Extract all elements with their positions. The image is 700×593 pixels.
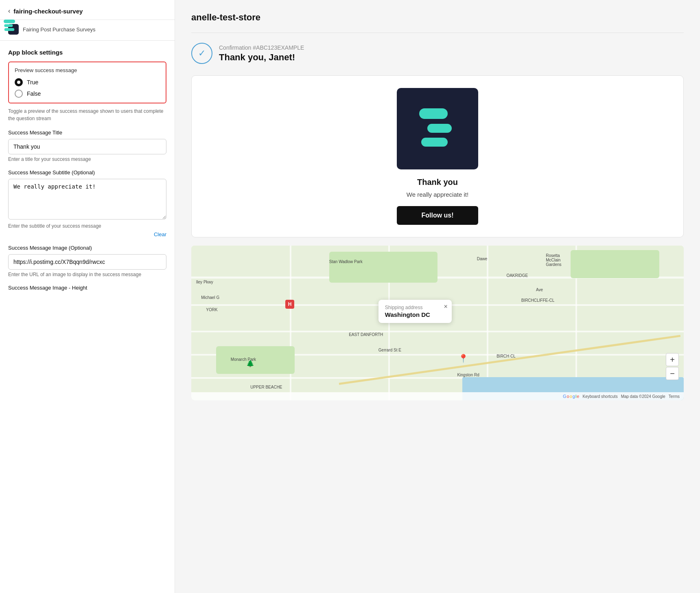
map-background: Stan Wadlow Park OAKRIDGE RosettaMcClain… [191,246,684,400]
radio-true-label: True [27,79,38,86]
brand-logo-icon [8,24,19,35]
terms-link[interactable]: Terms [669,394,680,399]
confirmation-number: Confirmation #ABC123EXAMPLE [219,44,304,51]
success-subtitle-label: Success Message Subtitle (Optional) [8,169,166,176]
preview-success-label: Preview success message [15,67,160,73]
location-pin: 📍 [458,354,466,362]
map-footer: Google Keyboard shortcuts Map data ©2024… [191,392,684,400]
success-card: Thank you We really appreciate it! Follo… [191,75,684,237]
success-title-label: Success Message Title [8,130,166,136]
back-arrow-icon: ‹ [8,7,10,15]
preview-success-box: Preview success message True False [8,61,166,103]
success-image-input[interactable] [8,254,166,270]
zoom-in-button[interactable]: + [666,353,679,366]
success-logo [397,88,478,169]
map-label-upper: UPPER BEACHE [250,385,282,389]
keyboard-shortcuts[interactable]: Keyboard shortcuts [582,394,617,399]
map-label-michael: Michael G [201,295,219,300]
back-nav[interactable]: ‹ fairing-checkout-survey [0,0,175,20]
tree-marker: 🌲 [246,359,254,367]
svg-rect-2 [421,138,448,147]
radio-true-circle[interactable] [15,78,23,86]
map-popup-close-icon[interactable]: × [444,303,447,310]
map-popup: × Shipping address Washington DC [378,300,452,323]
map-label-ave: Ave [536,288,543,292]
back-title: fairing-checkout-survey [13,8,83,15]
success-message-subtitle: We really appreciate it! [407,191,468,198]
map-label-dawe: Dawe [477,257,488,261]
success-image-group: Success Message Image (Optional) Enter t… [8,245,166,277]
brand-name: Fairing Post Purchase Surveys [23,26,95,33]
success-title-group: Success Message Title Enter a title for … [8,130,166,162]
svg-rect-1 [427,124,452,133]
map-label-pkwy: lley Pkwy [196,280,213,284]
map-label-park1: Stan Wadlow Park [329,259,363,264]
success-subtitle-group: Success Message Subtitle (Optional) We r… [8,169,166,237]
store-title: anelle-test-store [191,12,684,23]
success-image-height-label: Success Message Image - Height [8,285,166,291]
map-label-birchcliffe: BIRCHCLIFFE-CL [521,298,555,303]
right-panel: anelle-test-store ✓ Confirmation #ABC123… [175,0,700,593]
radio-false-circle[interactable] [15,90,23,98]
success-image-label: Success Message Image (Optional) [8,245,166,251]
success-subtitle-hint: Enter the subtitle of your success messa… [8,223,166,229]
section-title: App block settings [8,49,166,56]
success-subtitle-textarea[interactable]: We really appreciate it! [8,179,166,220]
hospital-marker: H [285,300,294,309]
checkmark-icon: ✓ [198,48,206,59]
map-label-birch-cl: BIRCH CL [497,354,516,358]
svg-rect-0 [419,108,448,119]
settings-area: App block settings Preview success messa… [0,41,175,291]
success-title-hint: Enter a title for your success message [8,156,166,162]
map-popup-value: Washington DC [385,311,445,318]
map-controls: + − [666,353,679,380]
map-label-kingston: Kingston Rd [457,373,479,377]
success-image-height-group: Success Message Image - Height [8,285,166,291]
brand-row: Fairing Post Purchase Surveys [0,20,175,41]
radio-false[interactable]: False [15,90,160,98]
success-image-hint: Enter the URL of an image to display in … [8,272,166,277]
google-logo: Google [563,394,580,399]
map-label-gerrard: Gerrard St E [378,348,401,352]
confirmation-header: ✓ Confirmation #ABC123EXAMPLE Thank you,… [191,43,684,64]
radio-false-label: False [27,90,41,97]
left-panel: ‹ fairing-checkout-survey Fairing Post P… [0,0,175,593]
map-label-east-danforth: EAST DANFORTH [349,332,383,337]
check-circle-icon: ✓ [191,43,212,64]
map-area: Stan Wadlow Park OAKRIDGE RosettaMcClain… [191,246,684,400]
divider [191,33,684,33]
confirmation-thank-you: Thank you, Janet! [219,52,304,63]
fairing-logo-svg [417,104,458,153]
map-popup-label: Shipping address [385,305,445,310]
clear-link[interactable]: Clear [8,231,166,237]
radio-true[interactable]: True [15,78,160,86]
zoom-out-button[interactable]: − [666,367,679,380]
map-data-text: Map data ©2024 Google [621,394,665,399]
preview-helper-text: Toggle a preview of the success message … [8,108,166,122]
success-message-title: Thank you [417,178,458,187]
map-label-york: YORK [206,307,217,312]
success-title-input[interactable] [8,139,166,154]
confirmation-text: Confirmation #ABC123EXAMPLE Thank you, J… [219,44,304,63]
map-label-rosetta: RosettaMcClainGardens [546,253,561,267]
follow-us-button[interactable]: Follow us! [397,206,478,225]
map-label-oakridge: OAKRIDGE [506,273,528,278]
